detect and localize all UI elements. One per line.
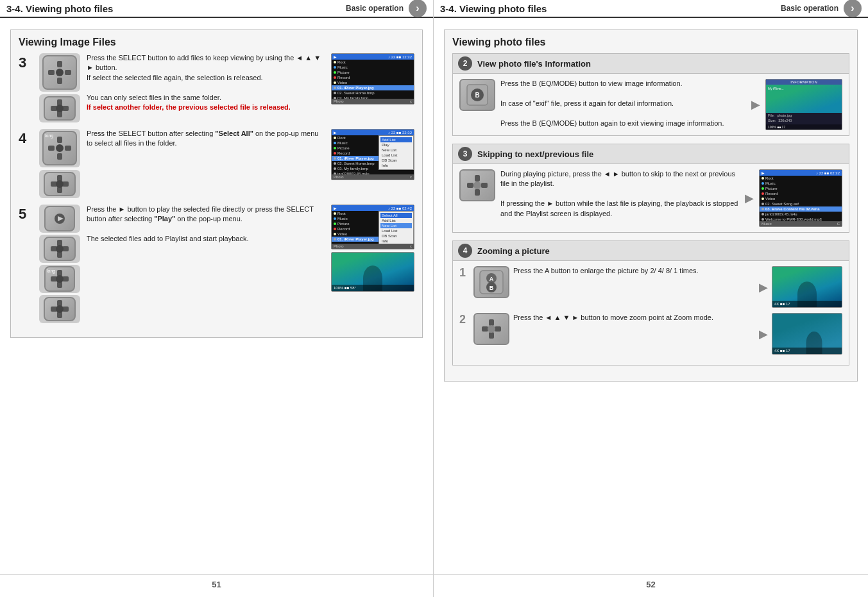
step-4-screen: ▶ ♪ 22 ■■ 22:32 Root Music Picture Recor… — [331, 129, 414, 180]
left-section-title: Viewing Image Files — [19, 37, 414, 48]
sub-step-4-1-device: A B — [473, 266, 509, 298]
sub-section-4-body: 1 A B Press the A button to enlarg — [453, 261, 849, 365]
svg-text:B: B — [489, 285, 494, 291]
left-arrow-circle: › — [409, 0, 427, 17]
sub-section-2-num: 2 — [458, 56, 472, 71]
step-5-device4 — [39, 295, 80, 323]
right-section-title: Viewing photo files — [452, 37, 849, 48]
step-3-device-img — [39, 53, 80, 92]
step-5-screens: ▶ ♪ 22 ■■ 02:42 Root Music Picture Recor… — [331, 205, 414, 292]
step-3-text: Press the SELECT button to add files to … — [87, 53, 326, 112]
sub-section-3-body: During playing picture, press the ◄ ► bu… — [453, 164, 849, 232]
step-5-text: Press the ► button to play the selected … — [87, 205, 326, 244]
right-page-title: 3-4. Viewing photo files — [440, 3, 781, 14]
left-content: Viewing Image Files 3 — [0, 18, 433, 574]
right-arrow-circle: › — [844, 0, 862, 17]
step-3-text-3: If select the selected file again, the s… — [87, 74, 263, 81]
step-4-device: long — [38, 129, 81, 198]
left-page-title: 3-4. Viewing photo files — [6, 3, 346, 14]
sub-section-2: 2 View photo file's Information B — [452, 53, 849, 136]
sub-step-4-2-num: 2 — [459, 313, 470, 326]
sub-section-3-text: During playing picture, press the ◄ ► bu… — [500, 169, 740, 219]
step-3-screen: ▶ ♪ 22 ■■ 12:32 Root Music Picture Recor… — [331, 53, 414, 105]
step-3-text-2: button. — [94, 63, 117, 71]
step-3-text-4: You can only select files in the same fo… — [87, 94, 221, 101]
svg-text:A: A — [489, 276, 494, 282]
sub-section-2-title: View photo file's Information — [477, 59, 591, 69]
sub-section-2-screen: INFORMATION My iRiver... File:photo.jpg … — [765, 79, 842, 130]
sub-section-3: 3 Skipping to next/previous file — [452, 144, 849, 233]
sub-step-4-2-screen: 4X ■■ 17 — [772, 313, 842, 355]
step-5-screen1: ▶ ♪ 22 ■■ 02:42 Root Music Picture Recor… — [331, 205, 414, 249]
left-page-num: 51 — [0, 574, 433, 597]
sub-section-3-device — [459, 169, 495, 201]
sub-step-4-2-device — [473, 313, 509, 345]
sub-section-4-title: Zooming a picture — [477, 246, 550, 256]
sub-section-3-header: 3 Skipping to next/previous file — [453, 144, 849, 164]
right-page: 3-4. Viewing photo files Basic operation… — [434, 0, 868, 597]
sub-step-4-1-arrow: ▶ — [759, 280, 768, 294]
left-section-box: Viewing Image Files 3 — [10, 29, 423, 338]
step-4-screen-img: ▶ ♪ 22 ■■ 22:32 Root Music Picture Recor… — [331, 129, 414, 180]
step-5-num: 5 — [19, 206, 33, 223]
right-header: 3-4. Viewing photo files Basic operation… — [434, 0, 868, 18]
sub-section-2-arrow: ▶ — [751, 97, 760, 112]
step-3-device2 — [39, 94, 80, 122]
step-4-row: 4 long — [19, 129, 414, 198]
step-3-text-1: Press the SELECT button to add files to … — [87, 54, 296, 62]
step-5-device1 — [39, 205, 80, 233]
step-5-device: long — [38, 205, 81, 323]
sub-section-2-text: Press the B (EQ/MODE) button to view ima… — [500, 79, 746, 128]
step-4-device2 — [39, 170, 80, 198]
sub-section-3-title: Skipping to next/previous file — [477, 149, 593, 159]
sub-step-4-1-screen: 4X ■■ 17 — [772, 266, 842, 308]
step-3-highlight: If select another folder, the previous s… — [87, 103, 291, 111]
sub-section-3-info-row: During playing picture, press the ◄ ► bu… — [459, 169, 842, 227]
sub-step-4-2-text: Press the ◄ ▲ ▼ ► button to move zoom po… — [513, 313, 755, 323]
step-4-device-img: long — [39, 129, 80, 167]
svg-text:B: B — [475, 92, 479, 99]
right-section-label: Basic operation — [781, 4, 838, 13]
sub-step-4-2: 2 Press the ◄ ▲ ▼ ► button to mo — [459, 313, 842, 355]
step-5-row: 5 — [19, 205, 414, 323]
sub-section-4-header: 4 Zooming a picture — [453, 241, 849, 261]
step-4-num: 4 — [19, 130, 33, 147]
sub-step-4-1-num: 1 — [459, 266, 470, 280]
left-header: 3-4. Viewing photo files Basic operation… — [0, 0, 433, 18]
step-3-device — [38, 53, 81, 122]
right-page-num: 52 — [434, 574, 868, 597]
sub-section-4-num: 4 — [458, 244, 472, 258]
left-section-label: Basic operation — [346, 4, 404, 13]
left-page: 3-4. Viewing photo files Basic operation… — [0, 0, 434, 597]
sub-section-2-info-row: B Press the B (EQ/MODE) button to view i… — [459, 79, 842, 130]
right-section-box: Viewing photo files 2 View photo file's … — [444, 29, 858, 382]
sub-section-2-body: B Press the B (EQ/MODE) button to view i… — [453, 74, 849, 135]
sub-step-4-1-text: Press the A button to enlarge the pictur… — [513, 266, 755, 276]
sub-step-4-1: 1 A B Press the A button to enlarg — [459, 266, 842, 308]
sub-section-2-header: 2 View photo file's Information — [453, 54, 849, 74]
sub-section-2-device: B — [459, 79, 495, 111]
sub-section-3-screen: ▶ ♪ 22 ■■ 02:32 Root Music Picture Recor… — [759, 169, 842, 227]
step-5-screen2: 100% ■■ 58° — [331, 252, 414, 292]
sub-section-3-arrow: ▶ — [745, 191, 754, 205]
sub-step-4-2-arrow: ▶ — [759, 327, 768, 341]
step-3-screen-img: ▶ ♪ 22 ■■ 12:32 Root Music Picture Recor… — [331, 53, 414, 105]
step-4-text: Press the SELECT button after selecting … — [87, 129, 326, 149]
step-3-row: 3 — [19, 53, 414, 122]
step-3-num: 3 — [19, 55, 33, 71]
step-5-device2 — [39, 235, 80, 263]
sub-section-3-num: 3 — [458, 147, 472, 161]
right-content: Viewing photo files 2 View photo file's … — [434, 18, 868, 574]
sub-section-4: 4 Zooming a picture 1 A B — [452, 240, 849, 366]
step-5-device3: long — [39, 265, 80, 293]
